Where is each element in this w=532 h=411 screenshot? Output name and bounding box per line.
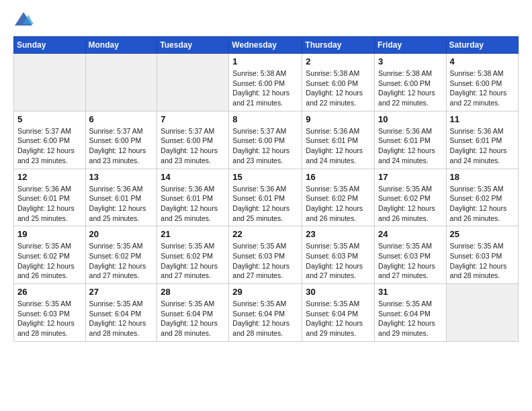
day-number: 18 <box>450 172 515 182</box>
day-number: 22 <box>232 229 298 239</box>
day-number: 13 <box>89 172 154 182</box>
day-number: 7 <box>161 114 225 124</box>
day-info: Sunrise: 5:37 AMSunset: 6:00 PMDaylight:… <box>232 126 298 166</box>
day-info: Sunrise: 5:35 AMSunset: 6:04 PMDaylight:… <box>89 299 154 338</box>
day-number: 27 <box>89 287 154 297</box>
day-info: Sunrise: 5:35 AMSunset: 6:03 PMDaylight:… <box>17 299 82 338</box>
calendar-cell: 30Sunrise: 5:35 AMSunset: 6:04 PMDayligh… <box>302 284 375 342</box>
day-info: Sunrise: 5:35 AMSunset: 6:03 PMDaylight:… <box>378 241 443 281</box>
day-number: 17 <box>378 172 443 182</box>
calendar-cell: 21Sunrise: 5:35 AMSunset: 6:02 PMDayligh… <box>157 226 229 284</box>
calendar-cell: 2Sunrise: 5:38 AMSunset: 6:00 PMDaylight… <box>302 54 375 111</box>
calendar-cell: 31Sunrise: 5:35 AMSunset: 6:04 PMDayligh… <box>375 284 447 342</box>
calendar-cell: 25Sunrise: 5:35 AMSunset: 6:03 PMDayligh… <box>446 226 518 284</box>
logo <box>13 11 35 28</box>
day-info: Sunrise: 5:35 AMSunset: 6:02 PMDaylight:… <box>378 184 443 224</box>
calendar-cell: 1Sunrise: 5:38 AMSunset: 6:00 PMDaylight… <box>229 54 302 111</box>
day-number: 8 <box>232 114 298 124</box>
day-number: 29 <box>232 287 298 297</box>
day-number: 5 <box>17 114 82 124</box>
day-info: Sunrise: 5:36 AMSunset: 6:01 PMDaylight:… <box>89 184 154 224</box>
calendar-cell <box>85 54 157 111</box>
day-info: Sunrise: 5:38 AMSunset: 6:00 PMDaylight:… <box>232 68 298 108</box>
day-number: 12 <box>17 172 82 182</box>
day-info: Sunrise: 5:36 AMSunset: 6:01 PMDaylight:… <box>378 126 443 166</box>
calendar-cell: 19Sunrise: 5:35 AMSunset: 6:02 PMDayligh… <box>14 226 86 284</box>
day-number: 20 <box>89 229 154 239</box>
calendar-cell: 8Sunrise: 5:37 AMSunset: 6:00 PMDaylight… <box>229 111 302 169</box>
day-number: 2 <box>306 56 371 66</box>
day-number: 23 <box>306 229 371 239</box>
weekday-header-saturday: Saturday <box>446 37 518 54</box>
calendar-week-row: 1Sunrise: 5:38 AMSunset: 6:00 PMDaylight… <box>14 54 519 111</box>
day-info: Sunrise: 5:37 AMSunset: 6:00 PMDaylight:… <box>89 126 154 166</box>
day-info: Sunrise: 5:36 AMSunset: 6:01 PMDaylight:… <box>161 184 225 224</box>
calendar-cell: 27Sunrise: 5:35 AMSunset: 6:04 PMDayligh… <box>85 284 157 342</box>
calendar-cell: 10Sunrise: 5:36 AMSunset: 6:01 PMDayligh… <box>375 111 447 169</box>
calendar-cell: 5Sunrise: 5:37 AMSunset: 6:00 PMDaylight… <box>14 111 86 169</box>
calendar-cell <box>446 284 518 342</box>
calendar-cell: 17Sunrise: 5:35 AMSunset: 6:02 PMDayligh… <box>375 169 447 226</box>
day-info: Sunrise: 5:35 AMSunset: 6:04 PMDaylight:… <box>378 299 443 338</box>
day-info: Sunrise: 5:35 AMSunset: 6:02 PMDaylight:… <box>161 241 225 281</box>
day-info: Sunrise: 5:35 AMSunset: 6:02 PMDaylight:… <box>306 184 371 224</box>
day-number: 28 <box>161 287 225 297</box>
day-number: 31 <box>378 287 443 297</box>
day-number: 30 <box>306 287 371 297</box>
calendar-cell: 15Sunrise: 5:36 AMSunset: 6:01 PMDayligh… <box>229 169 302 226</box>
day-info: Sunrise: 5:37 AMSunset: 6:00 PMDaylight:… <box>161 126 225 166</box>
calendar-cell: 4Sunrise: 5:38 AMSunset: 6:00 PMDaylight… <box>446 54 518 111</box>
day-number: 15 <box>232 172 298 182</box>
day-number: 4 <box>450 56 515 66</box>
day-info: Sunrise: 5:35 AMSunset: 6:03 PMDaylight:… <box>306 241 371 281</box>
day-info: Sunrise: 5:36 AMSunset: 6:01 PMDaylight:… <box>17 184 82 224</box>
calendar-cell: 22Sunrise: 5:35 AMSunset: 6:03 PMDayligh… <box>229 226 302 284</box>
day-number: 1 <box>232 56 298 66</box>
weekday-header-tuesday: Tuesday <box>157 37 229 54</box>
day-number: 19 <box>17 229 82 239</box>
calendar-week-row: 12Sunrise: 5:36 AMSunset: 6:01 PMDayligh… <box>14 169 519 226</box>
day-number: 3 <box>378 56 443 66</box>
weekday-header-thursday: Thursday <box>302 37 375 54</box>
calendar-cell: 13Sunrise: 5:36 AMSunset: 6:01 PMDayligh… <box>85 169 157 226</box>
calendar-week-row: 5Sunrise: 5:37 AMSunset: 6:00 PMDaylight… <box>14 111 519 169</box>
calendar-week-row: 19Sunrise: 5:35 AMSunset: 6:02 PMDayligh… <box>14 226 519 284</box>
day-number: 16 <box>306 172 371 182</box>
calendar-cell <box>14 54 86 111</box>
day-info: Sunrise: 5:35 AMSunset: 6:04 PMDaylight:… <box>306 299 371 338</box>
day-number: 25 <box>450 229 515 239</box>
weekday-header-monday: Monday <box>85 37 157 54</box>
calendar-table: SundayMondayTuesdayWednesdayThursdayFrid… <box>13 36 519 342</box>
day-info: Sunrise: 5:36 AMSunset: 6:01 PMDaylight:… <box>450 126 515 166</box>
day-info: Sunrise: 5:37 AMSunset: 6:00 PMDaylight:… <box>17 126 82 166</box>
calendar-cell: 29Sunrise: 5:35 AMSunset: 6:04 PMDayligh… <box>229 284 302 342</box>
calendar-cell: 26Sunrise: 5:35 AMSunset: 6:03 PMDayligh… <box>14 284 86 342</box>
calendar-cell: 3Sunrise: 5:38 AMSunset: 6:00 PMDaylight… <box>375 54 447 111</box>
calendar-cell: 6Sunrise: 5:37 AMSunset: 6:00 PMDaylight… <box>85 111 157 169</box>
day-info: Sunrise: 5:38 AMSunset: 6:00 PMDaylight:… <box>306 68 371 108</box>
day-info: Sunrise: 5:35 AMSunset: 6:04 PMDaylight:… <box>161 299 225 338</box>
day-info: Sunrise: 5:35 AMSunset: 6:03 PMDaylight:… <box>450 241 515 281</box>
day-info: Sunrise: 5:38 AMSunset: 6:00 PMDaylight:… <box>378 68 443 108</box>
header <box>13 11 519 28</box>
day-number: 24 <box>378 229 443 239</box>
weekday-header-sunday: Sunday <box>14 37 86 54</box>
day-number: 10 <box>378 114 443 124</box>
weekday-header-friday: Friday <box>375 37 447 54</box>
day-number: 6 <box>89 114 154 124</box>
calendar-cell: 24Sunrise: 5:35 AMSunset: 6:03 PMDayligh… <box>375 226 447 284</box>
weekday-header-row: SundayMondayTuesdayWednesdayThursdayFrid… <box>14 37 519 54</box>
day-number: 11 <box>450 114 515 124</box>
day-info: Sunrise: 5:35 AMSunset: 6:02 PMDaylight:… <box>450 184 515 224</box>
day-info: Sunrise: 5:38 AMSunset: 6:00 PMDaylight:… <box>450 68 515 108</box>
calendar-cell: 18Sunrise: 5:35 AMSunset: 6:02 PMDayligh… <box>446 169 518 226</box>
day-info: Sunrise: 5:35 AMSunset: 6:02 PMDaylight:… <box>17 241 82 281</box>
day-info: Sunrise: 5:35 AMSunset: 6:03 PMDaylight:… <box>232 241 298 281</box>
day-number: 26 <box>17 287 82 297</box>
calendar-cell <box>157 54 229 111</box>
logo-icon <box>13 11 34 28</box>
calendar-cell: 16Sunrise: 5:35 AMSunset: 6:02 PMDayligh… <box>302 169 375 226</box>
day-info: Sunrise: 5:36 AMSunset: 6:01 PMDaylight:… <box>306 126 371 166</box>
day-number: 14 <box>161 172 225 182</box>
calendar-cell: 9Sunrise: 5:36 AMSunset: 6:01 PMDaylight… <box>302 111 375 169</box>
